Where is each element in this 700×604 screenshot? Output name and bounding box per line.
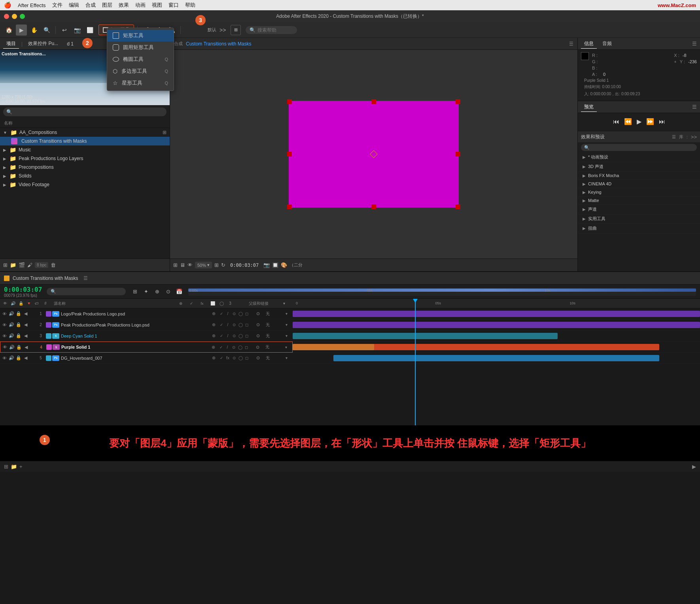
layer5-bar[interactable] [333, 355, 659, 361]
menu-after-effects[interactable]: After Effects [18, 2, 46, 8]
mask-handle-left[interactable] [287, 152, 292, 157]
tab-extra[interactable]: d 1 [64, 40, 77, 48]
layer2-eye[interactable]: 👁 [1, 323, 8, 327]
layer2-adjust[interactable]: ◯ [237, 323, 244, 327]
preview-menu-icon[interactable]: ☰ [692, 104, 697, 110]
mask-handle-br[interactable] [456, 204, 460, 209]
layer3-fxcheck[interactable]: ✓ [218, 334, 225, 338]
timeline-hamburger-icon[interactable]: ☰ [83, 276, 88, 281]
layer4-link-val[interactable]: 无 [265, 344, 285, 350]
jump-to-end-button[interactable]: ⏭ [659, 118, 665, 125]
layer2-shy[interactable]: ◀ [22, 322, 29, 327]
dropdown-item-star[interactable]: ☆ 星形工具 Q [107, 77, 174, 89]
tl-icon-5[interactable]: 📅 [175, 287, 184, 296]
layer2-fxcheck[interactable]: ✓ [218, 323, 225, 327]
new-comp-icon[interactable]: ⊞ [3, 262, 8, 268]
apple-logo-icon[interactable]: 🍎 [4, 2, 11, 9]
layer4-motion[interactable]: ⊙ [231, 345, 237, 349]
tl-icon-2[interactable]: ✦ [142, 287, 150, 296]
layer5-solo[interactable]: ⊕ [209, 355, 218, 361]
hand-tool[interactable]: ✋ [28, 25, 40, 36]
minimize-button[interactable] [12, 14, 17, 19]
selection-tool[interactable]: ⬜ [84, 25, 95, 36]
jump-to-start-button[interactable]: ⏮ [613, 118, 619, 125]
menu-window[interactable]: 窗口 [168, 2, 179, 9]
effect-animation-presets[interactable]: ▶ * 动画预设 [578, 153, 700, 162]
close-button[interactable] [4, 14, 9, 19]
layer1-3d[interactable]: ◻ [244, 311, 250, 316]
layer1-shy[interactable]: ◀ [22, 311, 29, 316]
layer5-link-icon[interactable]: ⊙ [250, 355, 266, 361]
layer2-link-drop[interactable]: ▾ [286, 323, 292, 327]
layer4-3d[interactable]: ◻ [243, 345, 250, 349]
effects-arrow-icon[interactable]: >> [691, 134, 697, 140]
project-comp-custom-transitions[interactable]: Custom Transitions with Masks [0, 137, 170, 145]
project-folder-precompositions[interactable]: ▶ 📁 Precompositions [0, 163, 170, 172]
mask-handle-tl[interactable] [287, 99, 292, 104]
preview-tool-2[interactable]: 🖥 [180, 262, 185, 268]
play-button[interactable]: ▶ [637, 118, 641, 125]
dropdown-item-rect[interactable]: 矩形工具 [107, 30, 174, 42]
layer2-link-icon[interactable]: ⊙ [250, 322, 266, 327]
layer5-eye[interactable]: 👁 [1, 356, 8, 361]
layer5-adjust[interactable]: ◯ [237, 356, 244, 360]
dropdown-item-rounded-rect[interactable]: 圆用矩形工具 [107, 42, 174, 53]
project-folder-solids[interactable]: ▶ 📁 Solids [0, 172, 170, 180]
effects-extra-icon[interactable]: : [687, 134, 688, 139]
effect-cinema4d[interactable]: ▶ CINEMA 4D [578, 180, 700, 188]
project-folder-peak[interactable]: ▶ 📁 Peak Productions Logo Layers [0, 154, 170, 163]
overlay-icon[interactable]: （二分 [289, 262, 303, 268]
layer2-fx[interactable]: / [225, 323, 231, 327]
tl-layer-4[interactable]: 👁 🔊 🔒 ◀ 4 S Purple Solid 1 ⊕ ✓ / ⊙ ◯ ◻ ⊙… [0, 342, 293, 353]
layer5-link-drop[interactable]: ▾ [286, 356, 292, 360]
align-arrow[interactable]: >> [219, 27, 226, 33]
status-icon-3[interactable]: + [19, 464, 23, 470]
layer3-solo[interactable]: ⊕ [209, 333, 218, 338]
layer2-motion[interactable]: ⊙ [231, 323, 237, 327]
preview-tool-1[interactable]: ⊞ [173, 262, 178, 268]
layer5-audio[interactable]: 🔊 [8, 355, 15, 361]
mask-handle-tr[interactable] [456, 99, 460, 104]
layer1-fx[interactable]: / [225, 311, 231, 316]
layer1-eye[interactable]: 👁 [1, 311, 8, 316]
status-icon-1[interactable]: ⊞ [4, 464, 8, 470]
tl-timecode-value[interactable]: 0:00:03:07 [4, 286, 42, 293]
layer3-fx[interactable]: / [225, 334, 231, 338]
layer3-audio[interactable]: 🔊 [8, 333, 15, 338]
menu-animation[interactable]: 动画 [135, 2, 146, 9]
effect-3d[interactable]: ▶ 3D 声道 [578, 162, 700, 172]
effect-distort[interactable]: ▶ 扭曲 [578, 224, 700, 233]
layer5-fx[interactable]: fx [225, 356, 231, 360]
effect-boris[interactable]: ▶ Boris FX Mocha [578, 172, 700, 180]
loop-icon[interactable]: ↻ [221, 262, 225, 268]
tl-layer-3[interactable]: 👁 🔊 🔒 ◀ 3 S Deep Cyan Solid 1 ⊕ ✓ / ⊙ ◯ … [0, 330, 293, 342]
center-point[interactable] [370, 150, 378, 158]
layer1-adjust[interactable]: ◯ [237, 311, 244, 316]
menu-help[interactable]: 帮助 [185, 2, 195, 9]
snapshot-icon[interactable]: 📷 [263, 262, 270, 268]
color-swatch[interactable] [581, 52, 589, 60]
layer3-lock[interactable]: 🔒 [15, 333, 22, 338]
layer4-eye[interactable]: 👁 [1, 345, 8, 349]
effects-search-input[interactable] [581, 144, 697, 151]
menu-file[interactable]: 文件 [52, 2, 62, 9]
effects-hamburger-icon[interactable]: ☰ [672, 134, 676, 140]
tl-icon-3[interactable]: ⊕ [153, 287, 161, 296]
layer4-link-icon[interactable]: ⊙ [250, 345, 265, 350]
mask-handle-right[interactable] [456, 152, 460, 157]
layer4-lock[interactable]: 🔒 [15, 345, 23, 350]
zoom-selector[interactable]: 50% ▾ [195, 262, 212, 268]
step-back-button[interactable]: ⏪ [624, 118, 632, 125]
layer1-motion[interactable]: ⊙ [231, 311, 237, 316]
timeline-search-box[interactable]: 🔍 [47, 288, 126, 295]
layer1-audio[interactable]: 🔊 [8, 311, 15, 316]
tl-layer-2[interactable]: 👁 🔊 🔒 ◀ 2 Ps Peak Productions/Peak Produ… [0, 319, 293, 330]
tab-project[interactable]: 项目 [3, 39, 19, 49]
layer2-solo[interactable]: ⊕ [209, 322, 218, 327]
layer5-lock[interactable]: 🔒 [15, 355, 22, 361]
mask-handle-top[interactable] [371, 99, 376, 104]
layer5-link-val[interactable]: 无 [266, 355, 286, 361]
layer2-3d[interactable]: ◻ [244, 323, 250, 327]
layer4-fxcheck[interactable]: ✓ [218, 345, 224, 349]
layer1-fxcheck[interactable]: ✓ [218, 311, 225, 316]
